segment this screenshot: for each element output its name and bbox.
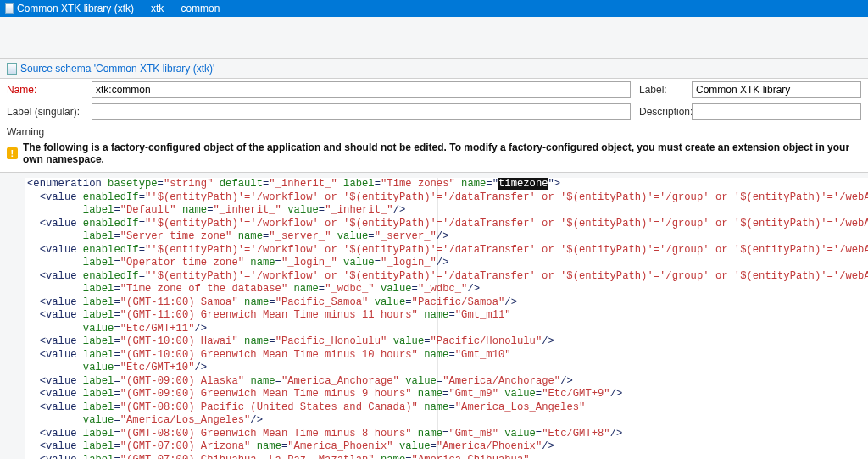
description-field[interactable] — [692, 103, 861, 120]
label-singular-field[interactable] — [92, 103, 631, 120]
description-label: Description: — [631, 106, 692, 118]
breadcrumb: Source schema 'Common XTK library (xtk)' — [0, 59, 868, 79]
window-tabbar: Common XTK library (xtk) xtk common — [0, 0, 868, 17]
code-gutter — [0, 178, 25, 459]
warning-body: ! The following is a factory-configured … — [0, 138, 868, 173]
label-singular-label: Label (singular): — [7, 106, 92, 118]
schema-icon — [5, 3, 14, 14]
tab-xtk[interactable]: xtk — [146, 0, 175, 17]
code-panel: <enumeration basetype="string" default="… — [0, 173, 868, 459]
warning-text: The following is a factory-configured ob… — [23, 141, 861, 165]
warning-header: Warning — [0, 123, 868, 138]
tab-main[interactable]: Common XTK library (xtk) — [0, 0, 146, 17]
name-label: Name: — [7, 84, 92, 96]
warning-icon: ! — [7, 147, 18, 159]
breadcrumb-text: Source schema 'Common XTK library (xtk)' — [20, 63, 214, 75]
file-icon — [7, 63, 17, 75]
tab-main-label: Common XTK library (xtk) — [17, 3, 134, 14]
label-label: Label: — [631, 84, 692, 96]
name-field[interactable] — [92, 81, 631, 98]
tab-common[interactable]: common — [175, 0, 231, 17]
source-code[interactable]: <enumeration basetype="string" default="… — [27, 178, 868, 459]
header-spacer — [0, 17, 868, 59]
label-field[interactable] — [692, 81, 861, 98]
